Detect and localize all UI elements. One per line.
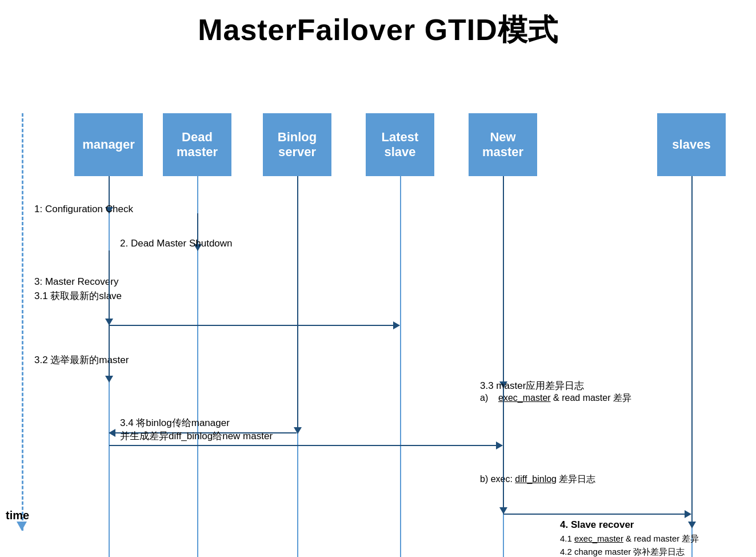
node-slaves: slaves [657,113,726,176]
node-new-master: New master [469,113,537,176]
label-diff-binlog: diff_binlog [515,474,557,484]
arrow-step31-right [109,325,399,326]
time-arrow-icon [17,522,27,531]
arrow-step31-down [109,250,110,325]
label-step33b: b) exec: diff_binlog 差异日志 [480,474,595,486]
arrow-step33-down [503,176,504,388]
arrow-newmaster-slaves [503,514,691,515]
arrow-step34-binlog-down [297,176,298,433]
node-dead-master: Dead master [163,113,231,176]
node-binlog-server: Binlog server [263,113,331,176]
node-manager: manager [74,113,143,176]
arrow-step32-down-manager [109,325,110,382]
vert-latest-slave [400,176,401,557]
label-step33b-text: 差异日志 [559,474,595,484]
label-step1: 1: Configuration Check [34,204,133,215]
node-latest-slave: Latest slave [366,113,434,176]
arrow-newmaster-down2 [503,388,504,514]
page-title: MasterFailover GTID模式 [0,0,756,56]
label-step32: 3.2 选举最新的master [34,353,129,367]
arrow-slaves-down [691,176,693,528]
label-step3: 3: Master Recovery [34,276,118,288]
arrow-step34-right [109,445,502,446]
label-step2: 2. Dead Master Shutdown [120,238,233,249]
label-step34b: 并生成差异diff_binlog给new master [120,429,273,443]
label-step33-title: 3.3 master应用差异日志 [480,379,584,392]
time-axis [22,113,23,531]
label-step4b: 4.2 change master 弥补差异日志 [560,547,685,557]
label-step4-title: 4. Slave recover [560,519,634,531]
time-label: time [6,509,29,522]
diagram-area: time manager Dead master Binlog server L… [0,56,756,554]
label-step34a: 3.4 将binlog传给manager [120,416,230,429]
label-step4a: 4.1 exec_master & read master 差异 [560,534,699,544]
